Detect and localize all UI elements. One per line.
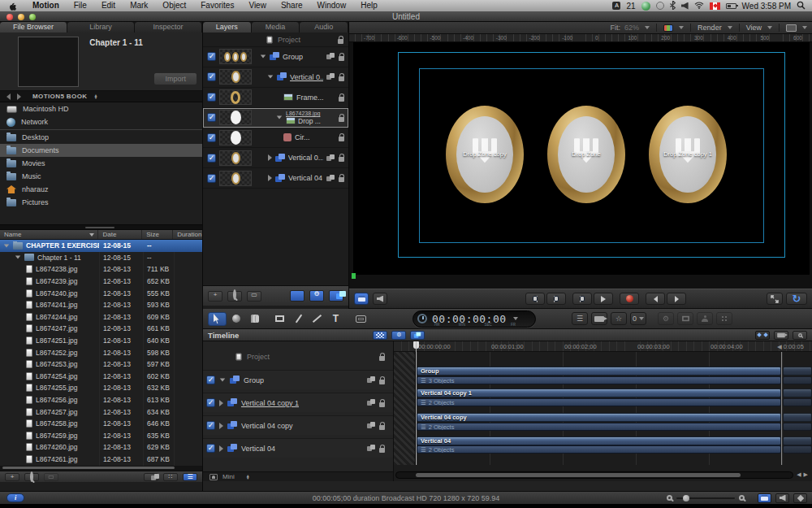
zoom-out-icon[interactable] bbox=[667, 495, 672, 501]
timeline-layer-vertical-04[interactable]: ✓Vertical 04 bbox=[203, 438, 393, 458]
timeline-scroll-arrows[interactable]: ◀▶ bbox=[797, 471, 810, 478]
link-icon[interactable] bbox=[367, 376, 376, 384]
disclosure-open-icon[interactable] bbox=[268, 76, 273, 79]
show-audio-button[interactable] bbox=[775, 493, 789, 503]
track-objects-bar[interactable]: ☰2 Objects bbox=[417, 445, 781, 454]
table-row[interactable]: L8674244.jpg12-08-13609 KB bbox=[0, 311, 202, 323]
timeline-layer-vertical-04-copy[interactable]: ✓Vertical 04 copy bbox=[203, 415, 393, 435]
layers-filter-button[interactable]: ▭ bbox=[247, 291, 261, 302]
new-camera-button[interactable] bbox=[591, 312, 607, 325]
layer-checkbox[interactable]: ✓ bbox=[206, 376, 215, 384]
menu-item-edit[interactable]: Edit bbox=[102, 0, 115, 11]
drop-zone-frame[interactable]: Drop Zone copy bbox=[446, 106, 524, 203]
disclosure-open-icon[interactable] bbox=[277, 116, 282, 119]
timeline-layer-vertical-04-copy-1[interactable]: ✓Vertical 04 copy 1 bbox=[203, 393, 393, 412]
lock-icon[interactable] bbox=[339, 177, 344, 182]
mini-stepper[interactable]: ▲▼ bbox=[246, 475, 250, 480]
layer-checkbox[interactable]: ✓ bbox=[207, 93, 216, 102]
go-to-start-button[interactable] bbox=[525, 293, 545, 305]
stack-view-button[interactable] bbox=[144, 473, 158, 481]
lock-icon[interactable] bbox=[379, 356, 385, 361]
volume-icon[interactable] bbox=[681, 2, 689, 10]
lock-icon[interactable] bbox=[379, 448, 385, 453]
loop-button[interactable]: ↻ bbox=[786, 293, 807, 305]
timeline-scrollbar[interactable] bbox=[395, 471, 793, 479]
disclosure-closed-icon[interactable] bbox=[268, 154, 272, 161]
step-back-button[interactable] bbox=[646, 293, 665, 305]
table-row[interactable]: L8674241.jpg12-08-13593 KB bbox=[0, 299, 202, 311]
layer-checkbox[interactable]: ✓ bbox=[206, 444, 215, 453]
table-row[interactable]: CHAPTER 1 EXERCISES12-08-15-- bbox=[0, 240, 202, 252]
canada-flag-icon[interactable] bbox=[710, 2, 720, 10]
step-forward-button[interactable] bbox=[667, 293, 686, 305]
track-objects-bar[interactable]: ☰2 Objects bbox=[417, 423, 781, 431]
lock-icon[interactable] bbox=[338, 39, 343, 44]
column-header-size[interactable]: Size bbox=[142, 230, 173, 239]
emitter-button[interactable] bbox=[716, 312, 732, 325]
table-row[interactable]: L8674247.jpg12-08-13661 KB bbox=[0, 323, 202, 335]
add-behavior-button[interactable]: ☆ bbox=[611, 312, 627, 325]
show-video-tracks-button[interactable] bbox=[290, 290, 304, 302]
tab-layers[interactable]: Layers bbox=[203, 22, 252, 33]
timeline-ruler[interactable]: 00:00:00;0000:00:01;0000:00:02;0000:00:0… bbox=[394, 341, 812, 352]
window-titlebar[interactable]: Untitled bbox=[0, 11, 812, 22]
timeline-zoom-mini[interactable]: Mini ▲▼ bbox=[203, 471, 393, 481]
table-row[interactable]: L8674254.jpg12-08-13602 KB bbox=[0, 371, 202, 383]
disclosure-open-icon[interactable] bbox=[4, 244, 9, 247]
battery-icon[interactable] bbox=[726, 3, 736, 9]
disclosure-open-icon[interactable] bbox=[261, 55, 266, 59]
link-icon[interactable] bbox=[326, 154, 335, 162]
timeline-tracks[interactable]: 00:00:00;0000:00:01;0000:00:02;0000:00:0… bbox=[394, 341, 812, 481]
track-objects-bar[interactable]: ☰3 Objects bbox=[417, 376, 781, 384]
zoom-in-icon[interactable] bbox=[739, 495, 745, 501]
chevron-down-icon[interactable] bbox=[513, 317, 518, 320]
show-timeline-button[interactable] bbox=[758, 493, 771, 503]
layer-checkbox[interactable]: ✓ bbox=[207, 52, 216, 61]
tab-inspector[interactable]: Inspector bbox=[135, 22, 202, 33]
lock-icon[interactable] bbox=[379, 380, 385, 384]
table-row[interactable]: L8674259.jpg12-08-13635 KB bbox=[0, 430, 202, 442]
zoom-value[interactable]: 62% bbox=[624, 24, 639, 32]
drop-zone-tool[interactable] bbox=[352, 312, 370, 326]
chevron-down-icon[interactable] bbox=[728, 26, 732, 29]
back-icon[interactable] bbox=[6, 93, 11, 100]
import-button[interactable]: Import bbox=[153, 72, 197, 85]
chevron-down-icon[interactable] bbox=[679, 26, 684, 29]
layer-row-group[interactable]: ✓Group bbox=[203, 47, 348, 67]
places-scrollbar[interactable] bbox=[0, 224, 202, 230]
column-header-date[interactable]: Date bbox=[98, 230, 142, 239]
spotlight-icon[interactable] bbox=[797, 1, 806, 11]
drop-zone-frame[interactable]: Drop Zone bbox=[547, 106, 625, 203]
mute-button[interactable] bbox=[373, 293, 387, 305]
menu-item-share[interactable]: Share bbox=[281, 0, 303, 11]
timeline-zoom-button[interactable] bbox=[793, 331, 807, 340]
sidebar-item-movies[interactable]: Movies bbox=[0, 157, 202, 170]
layer-checkbox[interactable]: ✓ bbox=[207, 133, 216, 142]
lock-icon[interactable] bbox=[339, 56, 344, 61]
canvas-stage[interactable]: Drop Zone copyDrop ZoneDrop Zone copy 1 bbox=[353, 42, 810, 275]
menu-item-object[interactable]: Object bbox=[162, 0, 186, 11]
text-tool[interactable]: T bbox=[326, 312, 345, 326]
render-menu[interactable]: Render bbox=[698, 24, 722, 32]
disclosure-open-icon[interactable] bbox=[15, 256, 20, 259]
current-folder-label[interactable]: MOTION5 BOOK bbox=[32, 93, 87, 100]
display-icon[interactable] bbox=[786, 24, 797, 32]
paint-stroke-tool[interactable] bbox=[308, 312, 326, 326]
link-icon[interactable] bbox=[367, 399, 376, 406]
menu-item-view[interactable]: View bbox=[248, 0, 266, 11]
folder-stepper[interactable]: ▲▼ bbox=[93, 94, 97, 99]
table-row[interactable]: L8674258.jpg12-08-13646 KB bbox=[0, 418, 202, 430]
file-table-scrollbar[interactable] bbox=[0, 466, 202, 471]
track-bar-vertical-04-copy[interactable]: Vertical 04 copy bbox=[417, 413, 781, 422]
menu-item-help[interactable]: Help bbox=[361, 0, 378, 11]
link-icon[interactable] bbox=[367, 422, 376, 429]
timeline-project-row[interactable]: Project bbox=[203, 348, 393, 366]
drop-zone-frame[interactable]: Drop Zone copy 1 bbox=[649, 106, 727, 203]
make-rig-button[interactable] bbox=[697, 312, 713, 325]
sidebar-item-network[interactable]: Network bbox=[0, 115, 202, 128]
table-row[interactable]: L8674239.jpg12-08-13652 KB bbox=[0, 276, 202, 288]
layer-checkbox[interactable]: ✓ bbox=[207, 113, 216, 122]
lock-icon[interactable] bbox=[379, 402, 385, 407]
layer-checkbox[interactable]: ✓ bbox=[207, 154, 216, 163]
layer-row-frame[interactable]: ✓Frame... bbox=[203, 88, 348, 108]
